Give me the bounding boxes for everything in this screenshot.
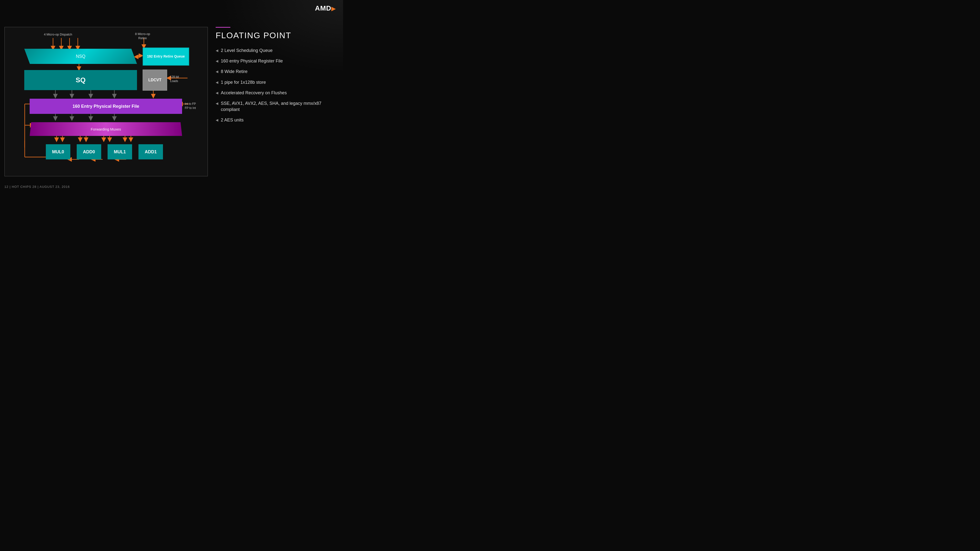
bullet-item-5: ◀ Accelerated Recovery on Flushes: [216, 90, 336, 96]
panel-title: FLOATING POINT: [216, 30, 336, 40]
bullet-item-3: ◀ 8 Wide Retire: [216, 68, 336, 75]
bullet-arrow-1: ◀: [216, 48, 218, 53]
register-file-box: 160 Entry Physical Register File: [30, 99, 182, 114]
loads-label: 128 bitLoads: [170, 75, 179, 83]
bullet-arrow-5: ◀: [216, 91, 218, 95]
exec-mul1: MUL1: [108, 144, 132, 159]
info-panel: FLOATING POINT ◀ 2 Level Scheduling Queu…: [216, 27, 336, 128]
bullet-arrow-4: ◀: [216, 80, 218, 85]
int-fp-label: Int to FPFP to Int: [185, 102, 196, 110]
forwarding-box: Forwarding Muxes: [30, 122, 182, 136]
sq-box: SQ: [24, 70, 137, 90]
retire-queue-box: 192 Entry Retire Queue: [143, 48, 189, 66]
bullet-item-2: ◀ 160 entry Physical Register File: [216, 58, 336, 64]
bullet-arrow-3: ◀: [216, 69, 218, 74]
title-accent-line: [216, 27, 231, 28]
exec-mul0: MUL0: [46, 144, 70, 159]
bullet-arrow-2: ◀: [216, 59, 218, 64]
diagram-container: 4 Micro-op Dispatch 8 Micro-opRetire NSQ…: [5, 27, 208, 176]
exec-add1: ADD1: [138, 144, 163, 159]
amd-logo: AMD▶: [315, 5, 336, 12]
exec-units: MUL0 ADD0 MUL1 ADD1: [46, 144, 163, 159]
bullet-arrow-7: ◀: [216, 118, 218, 123]
dispatch-label: 4 Micro-op Dispatch: [44, 33, 72, 36]
bullet-list: ◀ 2 Level Scheduling Queue ◀ 160 entry P…: [216, 48, 336, 124]
footer: 12 | HOT CHIPS 28 | AUGUST 23, 2016: [5, 185, 70, 189]
bullet-item-7: ◀ 2 AES units: [216, 117, 336, 123]
diagram-inner: 4 Micro-op Dispatch 8 Micro-opRetire NSQ…: [10, 32, 203, 171]
bullet-item-1: ◀ 2 Level Scheduling Queue: [216, 48, 336, 54]
bullet-arrow-6: ◀: [216, 101, 218, 106]
bullet-item-4: ◀ 1 pipe for 1x128b store: [216, 79, 336, 86]
ldcvt-box: LDCVT: [143, 70, 167, 91]
retire-label: 8 Micro-opRetire: [135, 32, 150, 40]
exec-add0: ADD0: [77, 144, 101, 159]
nsq-box: NSQ: [24, 49, 137, 64]
bullet-item-6: ◀ SSE, AVX1, AVX2, AES, SHA, and legacy …: [216, 100, 336, 113]
